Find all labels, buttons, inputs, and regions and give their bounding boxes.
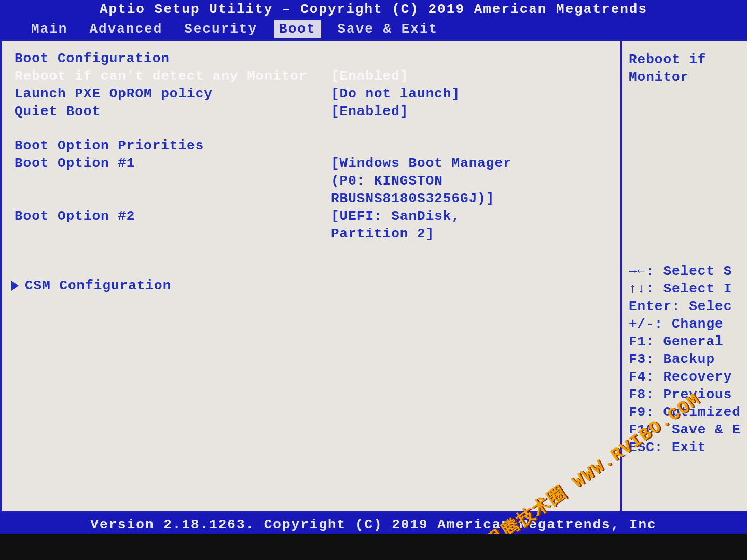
title-text: Aptio Setup Utility – Copyright (C) 2019…	[100, 2, 647, 17]
help-f4: F4: Recovery	[629, 368, 741, 386]
monitor-bezel	[0, 534, 747, 560]
value-pxe-policy: [Do not launch]	[331, 85, 460, 103]
help-f8: F8: Previous	[629, 386, 741, 403]
title-bar: Aptio Setup Utility – Copyright (C) 2019…	[0, 0, 747, 19]
label-pxe-policy: Launch PXE OpROM policy	[15, 85, 331, 103]
value-boot-option-2: [UEFI: SanDisk, Partition 2]	[331, 207, 460, 243]
label-csm-configuration: CSM Configuration	[25, 278, 171, 293]
help-f1: F1: General	[629, 333, 741, 351]
help-nav-ud: ↑↓: Select I	[629, 280, 741, 298]
help-nav-lr: →←: Select S	[629, 262, 741, 280]
arrow-right-icon	[11, 281, 19, 291]
menu-security[interactable]: Security	[179, 20, 262, 38]
row-quiet-boot[interactable]: Quiet Boot [Enabled]	[15, 103, 608, 120]
row-boot-option-2[interactable]: Boot Option #2 [UEFI: SanDisk, Partition…	[15, 207, 608, 243]
help-f9: F9: Optimized	[629, 403, 741, 421]
footer-version: Version 2.18.1263. Copyright (C) 2019 Am…	[90, 517, 656, 533]
help-panel: Reboot if Monitor →←: Select S ↑↓: Selec…	[622, 41, 747, 511]
menu-boot[interactable]: Boot	[274, 20, 321, 38]
bios-screen: Aptio Setup Utility – Copyright (C) 2019…	[0, 0, 747, 534]
label-boot-option-1: Boot Option #1	[15, 155, 331, 207]
submenu-csm-configuration[interactable]: CSM Configuration	[15, 278, 608, 293]
row-pxe-policy[interactable]: Launch PXE OpROM policy [Do not launch]	[15, 85, 608, 103]
help-esc: ESC: Exit	[629, 439, 741, 456]
footer-bar: Version 2.18.1263. Copyright (C) 2019 Am…	[0, 511, 747, 534]
section-boot-priorities: Boot Option Priorities	[15, 138, 608, 153]
help-enter: Enter: Selec	[629, 298, 741, 315]
menu-save-exit[interactable]: Save & Exit	[333, 20, 444, 38]
help-plus-minus: +/-: Change	[629, 315, 741, 333]
menu-bar: Main Advanced Security Boot Save & Exit	[0, 19, 747, 39]
label-reboot-monitor: Reboot if can't detect any Monitor	[15, 67, 331, 85]
content-area: Boot Configuration Reboot if can't detec…	[0, 39, 747, 511]
help-f10: F10: Save & E	[629, 421, 741, 439]
label-boot-option-2: Boot Option #2	[15, 207, 331, 243]
label-quiet-boot: Quiet Boot	[15, 103, 331, 120]
help-f3: F3: Backup	[629, 351, 741, 368]
row-boot-option-1[interactable]: Boot Option #1 [Windows Boot Manager (P0…	[15, 155, 608, 207]
menu-advanced[interactable]: Advanced	[84, 20, 168, 38]
section-boot-configuration: Boot Configuration	[15, 51, 608, 66]
value-reboot-monitor: [Enabled]	[331, 67, 408, 85]
help-item-description: Reboot if Monitor	[629, 51, 741, 86]
row-reboot-monitor[interactable]: Reboot if can't detect any Monitor [Enab…	[15, 67, 608, 85]
value-boot-option-1: [Windows Boot Manager (P0: KINGSTON RBUS…	[331, 155, 512, 207]
main-panel: Boot Configuration Reboot if can't detec…	[0, 41, 622, 511]
value-quiet-boot: [Enabled]	[331, 103, 408, 120]
menu-main[interactable]: Main	[26, 20, 73, 38]
